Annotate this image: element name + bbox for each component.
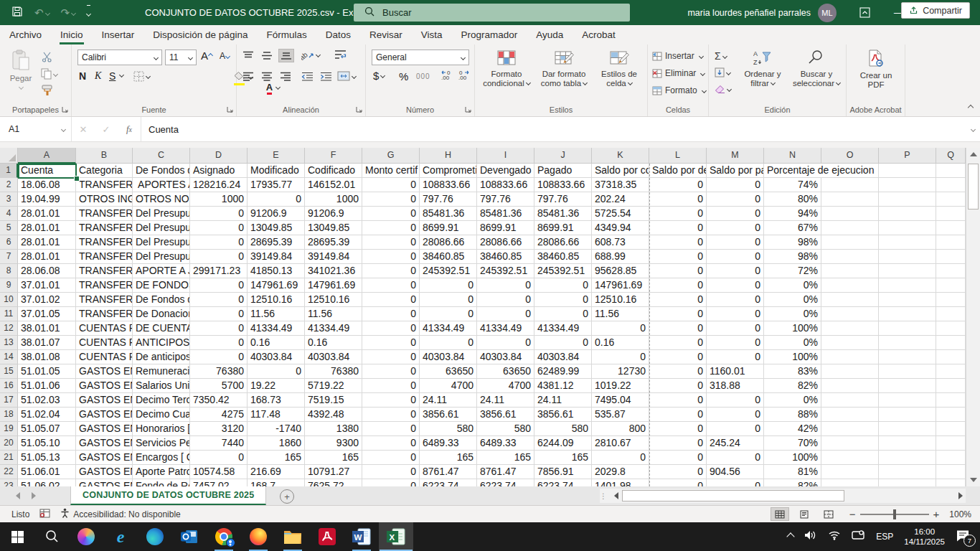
cell-A2[interactable]: 18.06.08 — [18, 178, 76, 192]
scroll-up-button[interactable] — [966, 148, 980, 161]
cell-N23[interactable]: 82% — [764, 479, 821, 486]
cell-L5[interactable]: 0 — [649, 221, 707, 235]
cell-N5[interactable]: 67% — [764, 221, 821, 235]
cell-G9[interactable]: 0 — [362, 278, 420, 293]
row-header-11[interactable]: 11 — [0, 307, 18, 321]
format-as-table-button[interactable]: Dar formato como tabla — [535, 50, 593, 88]
cell-D18[interactable]: 4275 — [190, 408, 248, 422]
cell-P5[interactable] — [879, 221, 936, 235]
cell-L4[interactable]: 0 — [649, 207, 707, 221]
cell-C7[interactable]: Del Presupu — [133, 250, 190, 264]
cell-C18[interactable]: Decimo Cuar — [133, 408, 190, 422]
cell-P9[interactable] — [879, 278, 936, 293]
explorer-icon[interactable] — [275, 522, 310, 551]
cell-I17[interactable]: 24.11 — [477, 393, 534, 408]
wrap-text-button[interactable] — [334, 50, 347, 60]
clear-button[interactable] — [715, 85, 731, 94]
cell-P8[interactable] — [879, 264, 936, 278]
cell-K18[interactable]: 535.87 — [592, 408, 649, 422]
cell-F15[interactable]: 76380 — [305, 364, 362, 379]
cell-E1[interactable]: Modificado — [248, 164, 305, 178]
cell-B9[interactable]: TRANSFEREN — [76, 278, 133, 293]
cell-B13[interactable]: CUENTAS PE — [76, 336, 133, 350]
decrease-indent-button[interactable] — [301, 72, 314, 81]
cell-N9[interactable]: 0% — [764, 278, 821, 293]
row-header-22[interactable]: 22 — [0, 465, 18, 479]
cell-C3[interactable]: OTROS NO ES — [133, 192, 190, 207]
autosum-button[interactable]: Σ — [715, 50, 727, 62]
cell-M16[interactable]: 318.88 — [707, 379, 764, 393]
cell-M14[interactable]: 0 — [707, 350, 764, 364]
cell-B12[interactable]: CUENTAS PE — [76, 321, 133, 336]
cell-H19[interactable]: 580 — [420, 422, 477, 436]
cell-A16[interactable]: 51.01.06 — [18, 379, 76, 393]
sort-filter-button[interactable]: AZ Ordenar y filtrar — [738, 50, 788, 88]
cell-N2[interactable]: 74% — [764, 178, 821, 192]
cell-J4[interactable]: 85481.36 — [534, 207, 592, 221]
cell-N6[interactable]: 98% — [764, 235, 821, 250]
cell-J2[interactable]: 108833.66 — [534, 178, 592, 192]
cell-F8[interactable]: 341021.36 — [305, 264, 362, 278]
column-header-M[interactable]: M — [707, 148, 764, 164]
cell-F12[interactable]: 41334.49 — [305, 321, 362, 336]
cell-L21[interactable]: 0 — [649, 451, 707, 465]
column-header-E[interactable]: E — [248, 148, 305, 164]
cell-J10[interactable]: 0 — [534, 293, 592, 307]
start-icon[interactable] — [0, 522, 34, 551]
cell-N20[interactable]: 70% — [764, 436, 821, 451]
cell-Q12[interactable] — [936, 321, 966, 336]
volume-icon[interactable] — [804, 529, 817, 544]
cell-H16[interactable]: 4700 — [420, 379, 477, 393]
cell-C5[interactable]: Del Presupu — [133, 221, 190, 235]
copilot-icon[interactable] — [69, 522, 103, 551]
scroll-left-button[interactable] — [611, 489, 621, 502]
cell-F17[interactable]: 7519.15 — [305, 393, 362, 408]
cell-F19[interactable]: 1380 — [305, 422, 362, 436]
cell-N4[interactable]: 94% — [764, 207, 821, 221]
cell-O9[interactable] — [821, 278, 879, 293]
expand-formula-bar-icon[interactable] — [964, 117, 980, 141]
cell-E21[interactable]: 165 — [248, 451, 305, 465]
outlook-icon[interactable] — [172, 522, 207, 551]
cell-I20[interactable]: 6489.33 — [477, 436, 534, 451]
clipboard-dialog-launcher[interactable] — [62, 106, 68, 113]
insert-function-icon[interactable]: fx — [118, 123, 141, 135]
cell-L20[interactable]: 0 — [649, 436, 707, 451]
cell-O3[interactable] — [821, 192, 879, 207]
cell-N10[interactable]: 0% — [764, 293, 821, 307]
cell-P7[interactable] — [879, 250, 936, 264]
cell-I19[interactable]: 580 — [477, 422, 534, 436]
zoom-out-button[interactable]: − — [849, 509, 856, 519]
row-header-5[interactable]: 5 — [0, 221, 18, 235]
increase-decimal-button[interactable]: .000 — [440, 70, 453, 80]
cell-M21[interactable]: 0 — [707, 451, 764, 465]
cell-F2[interactable]: 146152.01 — [305, 178, 362, 192]
cell-D10[interactable]: 0 — [190, 293, 248, 307]
cell-K13[interactable]: 0.16 — [592, 336, 649, 350]
cell-O18[interactable] — [821, 408, 879, 422]
cell-I12[interactable]: 41334.49 — [477, 321, 534, 336]
cell-I15[interactable]: 63650 — [477, 364, 534, 379]
cell-F5[interactable]: 13049.85 — [305, 221, 362, 235]
format-painter-button[interactable] — [42, 85, 53, 96]
delete-cells-button[interactable]: Eliminar — [652, 68, 705, 78]
cell-M7[interactable]: 0 — [707, 250, 764, 264]
decrease-decimal-button[interactable]: .000 — [458, 70, 470, 80]
cell-K5[interactable]: 4349.94 — [592, 221, 649, 235]
cell-Q18[interactable] — [936, 408, 966, 422]
cell-J13[interactable]: 0 — [534, 336, 592, 350]
cell-G8[interactable]: 0 — [362, 264, 420, 278]
column-header-A[interactable]: A — [18, 148, 76, 164]
align-left-button[interactable] — [242, 72, 254, 81]
cell-F14[interactable]: 40303.84 — [305, 350, 362, 364]
user-name[interactable]: maria lourdes peñafiel parrales — [687, 8, 811, 18]
cell-N13[interactable]: 0% — [764, 336, 821, 350]
cell-L13[interactable]: 0 — [649, 336, 707, 350]
cell-B15[interactable]: GASTOS EN F — [76, 364, 133, 379]
cell-K2[interactable]: 37318.35 — [592, 178, 649, 192]
increase-indent-button[interactable] — [320, 72, 332, 81]
cell-K10[interactable]: 12510.16 — [592, 293, 649, 307]
cell-B21[interactable]: GASTOS EN F — [76, 451, 133, 465]
align-center-button[interactable] — [261, 72, 273, 81]
tab-inicio[interactable]: Inicio — [51, 25, 93, 44]
